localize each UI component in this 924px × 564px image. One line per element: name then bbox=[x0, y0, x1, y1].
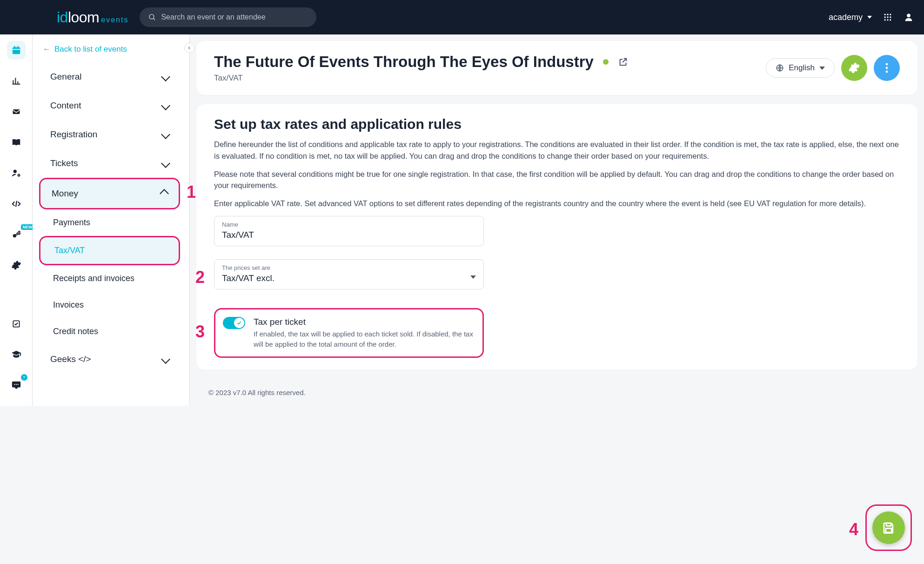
sidebar: ← Back to list of events General Content… bbox=[33, 34, 190, 406]
chevron-up-icon bbox=[160, 189, 169, 198]
name-label: Name bbox=[222, 221, 476, 228]
svg-point-4 bbox=[890, 14, 891, 15]
rail-key-icon[interactable]: NEW bbox=[7, 225, 26, 244]
language-label: English bbox=[789, 63, 815, 73]
chevron-down-icon bbox=[161, 130, 170, 139]
sidebar-item-label: Money bbox=[52, 188, 78, 199]
rail-code-icon[interactable] bbox=[7, 195, 26, 213]
toggle-knob-check-icon bbox=[234, 318, 244, 328]
rail-mail-icon[interactable] bbox=[7, 102, 26, 121]
svg-point-22 bbox=[14, 384, 15, 385]
svg-point-11 bbox=[907, 13, 911, 17]
rail-book-icon[interactable] bbox=[7, 133, 26, 152]
rail-chat-icon[interactable]: ? bbox=[7, 376, 26, 395]
sidebar-item-registration[interactable]: Registration bbox=[39, 120, 180, 149]
chevron-down-icon bbox=[161, 355, 170, 364]
svg-point-19 bbox=[18, 175, 20, 176]
tax-per-ticket-row: Tax per ticket If enabled, the tax will … bbox=[214, 308, 484, 358]
svg-point-8 bbox=[884, 19, 886, 20]
help-badge-icon: ? bbox=[21, 374, 27, 381]
sidebar-item-label: General bbox=[50, 72, 82, 82]
sidebar-item-general[interactable]: General bbox=[39, 62, 180, 91]
sidebar-item-creditnotes[interactable]: Credit notes bbox=[39, 318, 180, 345]
prices-select[interactable]: The prices set are Tax/VAT excl. bbox=[214, 259, 484, 289]
svg-point-23 bbox=[15, 384, 16, 385]
svg-point-27 bbox=[886, 67, 888, 69]
svg-rect-17 bbox=[13, 109, 20, 114]
sidebar-item-invoices[interactable]: Invoices bbox=[39, 292, 180, 318]
section-para-3: Enter applicable VAT rate. Set advanced … bbox=[214, 198, 900, 209]
account-menu[interactable]: academy bbox=[829, 13, 872, 22]
tax-per-ticket-toggle[interactable] bbox=[223, 317, 245, 329]
caret-down-icon bbox=[819, 67, 825, 70]
language-button[interactable]: English bbox=[766, 58, 835, 78]
logo-events: events bbox=[101, 16, 128, 24]
search-input[interactable]: Search an event or an attendee bbox=[140, 7, 316, 27]
svg-point-5 bbox=[884, 16, 886, 18]
settings-gear-button[interactable] bbox=[841, 55, 867, 81]
logo-id: id bbox=[57, 9, 68, 26]
svg-point-0 bbox=[149, 14, 154, 19]
svg-point-18 bbox=[13, 170, 16, 173]
back-link[interactable]: ← Back to list of events bbox=[43, 45, 180, 54]
svg-point-26 bbox=[886, 63, 888, 66]
more-menu-button[interactable] bbox=[874, 55, 900, 81]
svg-point-3 bbox=[887, 14, 888, 15]
svg-point-6 bbox=[887, 16, 888, 18]
rail-gear-icon[interactable] bbox=[7, 256, 26, 275]
caret-down-icon bbox=[470, 275, 476, 279]
name-field[interactable]: Name Tax/VAT bbox=[214, 216, 484, 246]
chevron-down-icon bbox=[161, 72, 170, 81]
svg-point-10 bbox=[890, 19, 891, 20]
name-value: Tax/VAT bbox=[222, 230, 476, 240]
content-card: Set up tax rates and application rules D… bbox=[196, 104, 917, 370]
apps-grid-icon[interactable] bbox=[883, 13, 892, 22]
sidebar-item-label: Geeks </> bbox=[50, 354, 91, 364]
back-link-label: Back to list of events bbox=[54, 45, 127, 54]
icon-rail: NEW ? bbox=[0, 34, 33, 406]
rail-users-cog-icon[interactable] bbox=[7, 164, 26, 182]
sidebar-item-money[interactable]: Money bbox=[39, 178, 180, 209]
sidebar-item-label: Invoices bbox=[53, 300, 84, 310]
rail-grad-cap-icon[interactable] bbox=[7, 345, 26, 364]
section-heading: Set up tax rates and application rules bbox=[214, 116, 900, 132]
chevron-down-icon bbox=[161, 101, 170, 110]
search-placeholder: Search an event or an attendee bbox=[161, 13, 265, 21]
arrow-left-icon: ← bbox=[43, 45, 51, 54]
svg-point-28 bbox=[886, 71, 888, 73]
prices-label: The prices set are bbox=[222, 264, 476, 271]
breadcrumb: Tax/VAT bbox=[214, 74, 628, 83]
sidebar-item-label: Receipts and invoices bbox=[53, 274, 134, 283]
globe-icon bbox=[776, 64, 784, 72]
logo[interactable]: idloom events bbox=[57, 9, 128, 26]
rail-checklist-icon[interactable] bbox=[7, 315, 26, 333]
user-icon[interactable] bbox=[904, 12, 914, 22]
toggle-title: Tax per ticket bbox=[254, 317, 475, 327]
svg-line-1 bbox=[154, 18, 155, 20]
sidebar-item-content[interactable]: Content bbox=[39, 91, 180, 120]
annotation-2: 2 bbox=[195, 268, 205, 287]
page-header-card: The Future Of Events Through The Eyes Of… bbox=[196, 41, 917, 95]
svg-point-20 bbox=[13, 234, 16, 237]
svg-point-9 bbox=[887, 19, 888, 20]
toggle-desc: If enabled, the tax will be applied to e… bbox=[254, 329, 475, 349]
sidebar-item-label: Content bbox=[50, 101, 81, 111]
caret-down-icon bbox=[867, 16, 872, 19]
sidebar-item-tickets[interactable]: Tickets bbox=[39, 149, 180, 178]
svg-point-7 bbox=[890, 16, 891, 18]
prices-value: Tax/VAT excl. bbox=[222, 273, 275, 283]
svg-point-2 bbox=[884, 14, 886, 15]
chevron-down-icon bbox=[161, 159, 170, 168]
annotation-3: 3 bbox=[195, 322, 205, 342]
logo-loom: loom bbox=[68, 9, 99, 26]
rail-calendar-icon[interactable] bbox=[7, 41, 26, 60]
svg-point-24 bbox=[17, 384, 18, 385]
sidebar-item-label: Payments bbox=[53, 218, 90, 228]
footer-text: © 2023 v7.0 All rights reserved. bbox=[208, 389, 917, 396]
sidebar-item-receipts[interactable]: Receipts and invoices bbox=[39, 265, 180, 292]
status-dot-icon bbox=[603, 59, 609, 65]
sidebar-item-taxvat[interactable]: Tax/VAT bbox=[39, 236, 180, 265]
sidebar-item-geeks[interactable]: Geeks </> bbox=[39, 345, 180, 374]
sidebar-item-payments[interactable]: Payments bbox=[39, 209, 180, 236]
rail-analytics-icon[interactable] bbox=[7, 72, 26, 90]
